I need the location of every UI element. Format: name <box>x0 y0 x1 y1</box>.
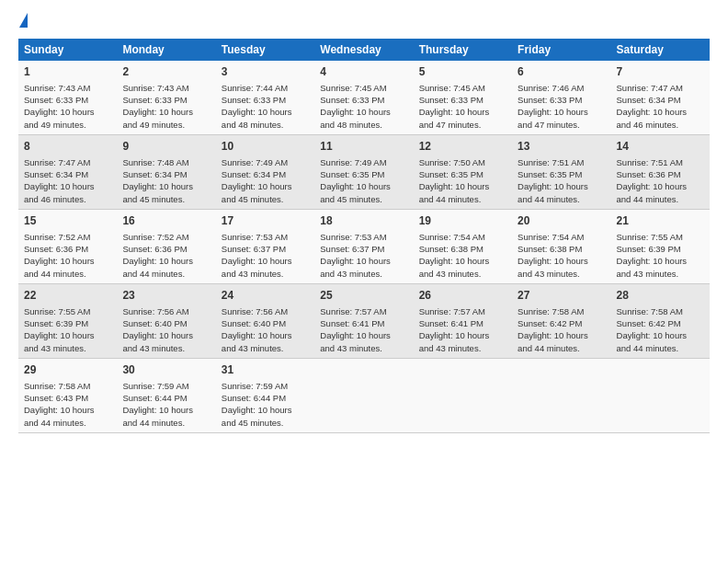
day-info: Sunrise: 7:52 AM <box>122 231 210 243</box>
day-number: 21 <box>617 213 704 229</box>
day-info: Daylight: 10 hours <box>617 255 704 267</box>
calendar-cell: 8Sunrise: 7:47 AMSunset: 6:34 PMDaylight… <box>18 134 117 209</box>
day-info: Sunset: 6:39 PM <box>617 243 704 255</box>
calendar-cell: 2Sunrise: 7:43 AMSunset: 6:33 PMDaylight… <box>117 61 215 134</box>
day-info: Sunrise: 7:52 AM <box>24 231 111 243</box>
day-number: 22 <box>24 288 111 304</box>
calendar-cell: 29Sunrise: 7:58 AMSunset: 6:43 PMDayligh… <box>18 358 117 432</box>
calendar-cell: 22Sunrise: 7:55 AMSunset: 6:39 PMDayligh… <box>18 283 117 358</box>
day-info: and 43 minutes. <box>222 342 309 354</box>
weekday-wednesday: Wednesday <box>314 39 413 61</box>
day-info: and 43 minutes. <box>518 268 605 280</box>
day-info: Daylight: 10 hours <box>518 106 605 118</box>
day-info: Sunrise: 7:54 AM <box>518 231 605 243</box>
day-number: 28 <box>617 288 704 304</box>
day-info: Daylight: 10 hours <box>419 106 506 118</box>
day-info: Sunrise: 7:53 AM <box>320 231 407 243</box>
day-info: and 44 minutes. <box>617 342 704 354</box>
day-info: and 48 minutes. <box>320 119 407 131</box>
day-info: and 44 minutes. <box>24 268 111 280</box>
day-number: 19 <box>419 213 506 229</box>
day-info: Daylight: 10 hours <box>122 106 210 118</box>
calendar-cell: 12Sunrise: 7:50 AMSunset: 6:35 PMDayligh… <box>414 134 512 209</box>
day-info: Sunrise: 7:55 AM <box>617 231 704 243</box>
day-info: Sunset: 6:44 PM <box>222 392 309 404</box>
calendar-cell: 27Sunrise: 7:58 AMSunset: 6:42 PMDayligh… <box>512 283 610 358</box>
day-info: Daylight: 10 hours <box>419 329 506 341</box>
day-info: and 45 minutes. <box>122 193 210 205</box>
calendar-cell <box>512 358 610 432</box>
day-info: and 46 minutes. <box>617 119 704 131</box>
day-info: Sunrise: 7:57 AM <box>320 305 407 317</box>
day-info: Sunset: 6:39 PM <box>24 317 111 329</box>
day-info: Sunset: 6:34 PM <box>222 168 309 180</box>
day-number: 2 <box>122 64 210 80</box>
day-info: and 43 minutes. <box>222 268 309 280</box>
day-info: Sunrise: 7:51 AM <box>617 156 704 168</box>
day-info: Daylight: 10 hours <box>222 404 309 416</box>
day-info: and 47 minutes. <box>518 119 605 131</box>
day-info: Sunrise: 7:46 AM <box>518 82 605 94</box>
day-info: and 44 minutes. <box>122 268 210 280</box>
week-row-2: 8Sunrise: 7:47 AMSunset: 6:34 PMDaylight… <box>18 134 710 209</box>
day-info: Sunset: 6:37 PM <box>222 243 309 255</box>
day-info: Sunset: 6:33 PM <box>320 94 407 106</box>
day-info: Daylight: 10 hours <box>320 329 407 341</box>
day-info: and 49 minutes. <box>122 119 210 131</box>
day-info: Sunset: 6:33 PM <box>122 94 210 106</box>
week-row-5: 29Sunrise: 7:58 AMSunset: 6:43 PMDayligh… <box>18 358 710 432</box>
calendar-cell: 30Sunrise: 7:59 AMSunset: 6:44 PMDayligh… <box>117 358 215 432</box>
day-number: 15 <box>24 213 111 229</box>
day-info: Sunrise: 7:58 AM <box>518 305 605 317</box>
day-info: and 43 minutes. <box>320 342 407 354</box>
day-info: Sunset: 6:38 PM <box>518 243 605 255</box>
day-number: 9 <box>122 139 210 155</box>
calendar-cell: 13Sunrise: 7:51 AMSunset: 6:35 PMDayligh… <box>512 134 610 209</box>
day-number: 17 <box>222 213 309 229</box>
day-info: Daylight: 10 hours <box>617 106 704 118</box>
day-info: Sunset: 6:41 PM <box>419 317 506 329</box>
day-info: and 49 minutes. <box>24 119 111 131</box>
weekday-monday: Monday <box>117 39 215 61</box>
day-info: Daylight: 10 hours <box>24 255 111 267</box>
day-info: Daylight: 10 hours <box>419 255 506 267</box>
day-info: and 43 minutes. <box>419 268 506 280</box>
week-row-4: 22Sunrise: 7:55 AMSunset: 6:39 PMDayligh… <box>18 283 710 358</box>
day-info: Sunset: 6:40 PM <box>222 317 309 329</box>
calendar-cell: 21Sunrise: 7:55 AMSunset: 6:39 PMDayligh… <box>611 209 710 283</box>
calendar-cell: 24Sunrise: 7:56 AMSunset: 6:40 PMDayligh… <box>216 283 314 358</box>
day-number: 18 <box>320 213 407 229</box>
day-info: Sunrise: 7:49 AM <box>222 156 309 168</box>
day-info: Daylight: 10 hours <box>122 255 210 267</box>
day-info: Sunset: 6:33 PM <box>24 94 111 106</box>
day-info: Sunset: 6:34 PM <box>24 168 111 180</box>
day-info: Daylight: 10 hours <box>518 180 605 192</box>
weekday-thursday: Thursday <box>414 39 512 61</box>
day-number: 5 <box>419 64 506 80</box>
weekday-tuesday: Tuesday <box>216 39 314 61</box>
day-info: Sunrise: 7:56 AM <box>222 305 309 317</box>
weekday-friday: Friday <box>512 39 610 61</box>
day-info: Daylight: 10 hours <box>24 404 111 416</box>
day-info: Sunrise: 7:47 AM <box>24 156 111 168</box>
day-info: and 44 minutes. <box>617 193 704 205</box>
calendar-cell: 6Sunrise: 7:46 AMSunset: 6:33 PMDaylight… <box>512 61 610 134</box>
calendar-cell: 31Sunrise: 7:59 AMSunset: 6:44 PMDayligh… <box>216 358 314 432</box>
day-info: Sunrise: 7:59 AM <box>122 380 210 392</box>
day-number: 12 <box>419 139 506 155</box>
week-row-1: 1Sunrise: 7:43 AMSunset: 6:33 PMDaylight… <box>18 61 710 134</box>
day-number: 1 <box>24 64 111 80</box>
day-info: Daylight: 10 hours <box>222 106 309 118</box>
calendar-cell: 25Sunrise: 7:57 AMSunset: 6:41 PMDayligh… <box>314 283 413 358</box>
day-number: 16 <box>122 213 210 229</box>
day-info: Daylight: 10 hours <box>24 106 111 118</box>
day-info: Sunset: 6:34 PM <box>617 94 704 106</box>
day-info: and 44 minutes. <box>419 193 506 205</box>
day-info: Sunrise: 7:45 AM <box>320 82 407 94</box>
day-info: Sunrise: 7:47 AM <box>617 82 704 94</box>
calendar-cell <box>314 358 413 432</box>
day-number: 11 <box>320 139 407 155</box>
day-number: 30 <box>122 362 210 378</box>
day-info: Sunset: 6:33 PM <box>419 94 506 106</box>
day-info: Sunrise: 7:54 AM <box>419 231 506 243</box>
